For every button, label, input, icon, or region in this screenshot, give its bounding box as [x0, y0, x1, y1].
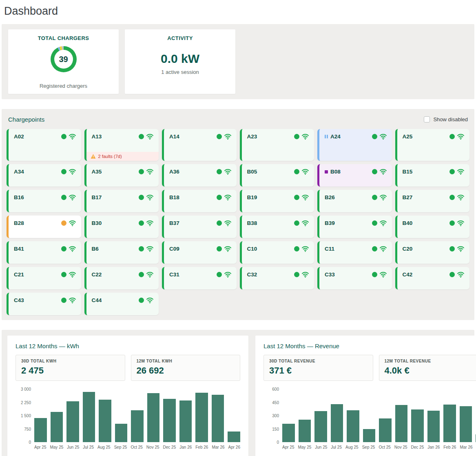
chargepoint-card-c10[interactable]: C10 — [240, 241, 314, 264]
show-disabled-toggle[interactable]: Show disabled — [424, 116, 468, 122]
status-dot — [139, 298, 144, 303]
wifi-icon — [457, 271, 465, 278]
chargepoint-row: B18 — [169, 194, 232, 201]
chargepoint-row: C32 — [247, 271, 310, 278]
wifi-icon — [301, 220, 309, 227]
chargepoint-row: C33 — [325, 271, 387, 278]
chargepoint-status — [449, 168, 465, 175]
chargepoint-card-c31[interactable]: C31 — [162, 267, 237, 289]
chargepoint-status — [217, 194, 232, 201]
show-disabled-checkbox[interactable] — [424, 116, 430, 122]
chargepoint-card-c11[interactable]: C11 — [317, 241, 392, 264]
chargepoint-label: B6 — [92, 246, 99, 252]
x-tick: Apr 26 — [228, 445, 240, 449]
total-chargers-donut: 39 — [51, 46, 77, 72]
y-tick: 600 — [272, 387, 279, 391]
chargepoint-card-c42[interactable]: C42 — [395, 267, 470, 289]
chargepoint-card-b6[interactable]: B6 — [84, 241, 159, 264]
chargepoint-card-b27[interactable]: B27 — [395, 190, 470, 212]
chargepoint-status — [372, 133, 387, 140]
bar-feb-26 — [443, 405, 456, 442]
x-tick: Jul 25 — [83, 445, 94, 449]
bar-aug-25 — [99, 400, 111, 442]
chargepoint-row: B40 — [403, 220, 465, 227]
chargepoint-card-b28[interactable]: B28 — [7, 216, 81, 238]
status-dot — [372, 195, 377, 200]
chargepoint-row: C20 — [403, 245, 465, 252]
chargepoint-card-c21[interactable]: C21 — [7, 267, 81, 289]
status-dot — [61, 195, 66, 200]
chargepoint-card-b15[interactable]: B15 — [395, 164, 470, 187]
wifi-icon — [379, 194, 387, 201]
x-tick: Aug 25 — [345, 445, 359, 449]
status-dot — [449, 246, 455, 251]
bar-apr-25 — [282, 424, 295, 443]
chargepoint-card-b08[interactable]: B08 — [317, 164, 392, 187]
x-tick: Feb 26 — [195, 445, 208, 449]
chargepoint-card-b30[interactable]: B30 — [84, 216, 159, 238]
chargepoint-card-a02[interactable]: A02 — [7, 129, 81, 161]
chargepoint-card-c20[interactable]: C20 — [395, 241, 470, 264]
bar-jul-25 — [331, 404, 343, 442]
chargepoint-label: B08 — [325, 169, 341, 175]
wifi-icon — [69, 220, 76, 227]
chargepoint-card-b40[interactable]: B40 — [395, 216, 470, 238]
chargepoint-card-a13[interactable]: A132 faults (7d) — [84, 129, 159, 161]
chargepoint-card-c43[interactable]: C43 — [7, 293, 81, 315]
chargepoint-card-b18[interactable]: B18 — [162, 190, 237, 212]
status-dot — [294, 169, 299, 174]
wifi-icon — [146, 245, 154, 252]
chargepoint-row: A23 — [247, 133, 310, 140]
chargepoints-header: Chargepoints Show disabled — [7, 114, 469, 129]
wifi-icon — [457, 133, 465, 140]
chargepoint-card-c33[interactable]: C33 — [317, 267, 392, 289]
chargepoint-status — [449, 133, 465, 140]
chargepoint-card-c09[interactable]: C09 — [162, 241, 237, 264]
chargepoint-card-a34[interactable]: A34 — [7, 164, 81, 187]
status-dot — [449, 272, 455, 277]
x-tick: May 25 — [50, 445, 63, 449]
wifi-icon — [224, 271, 232, 278]
chargepoint-card-a25[interactable]: A25 — [395, 129, 470, 161]
chargepoint-card-b38[interactable]: B38 — [240, 216, 314, 238]
chargepoint-row: A35 — [92, 168, 154, 175]
chargepoint-label: C20 — [403, 246, 413, 252]
status-dot — [139, 195, 144, 200]
chargepoint-card-b26[interactable]: B26 — [317, 190, 392, 212]
chargepoint-card-b17[interactable]: B17 — [84, 190, 159, 212]
chargepoint-status — [217, 271, 232, 278]
wifi-icon — [457, 245, 465, 252]
chargepoint-card-a14[interactable]: A14 — [162, 129, 237, 161]
chargepoint-card-b41[interactable]: B41 — [7, 241, 81, 264]
x-tick: Nov 25 — [394, 445, 407, 449]
chargepoint-card-b39[interactable]: B39 — [317, 216, 392, 238]
chargepoint-card-a36[interactable]: A36 — [162, 164, 237, 187]
bar-apr-26 — [228, 432, 240, 442]
chargepoint-card-b16[interactable]: B16 — [7, 190, 81, 212]
bar-jul-25 — [83, 392, 95, 442]
chargepoint-card-b05[interactable]: B05 — [240, 164, 314, 187]
chargepoint-card-c22[interactable]: C22 — [84, 267, 159, 289]
chargepoint-row: B41 — [14, 245, 76, 252]
chargepoint-card-a35[interactable]: A35 — [84, 164, 159, 187]
status-dot — [61, 134, 66, 139]
kwh-30d-label: 30D TOTAL KWH — [21, 359, 120, 363]
chargepoint-card-b19[interactable]: B19 — [240, 190, 314, 212]
bar-mar-26 — [212, 395, 224, 442]
bar-jan-26 — [427, 411, 440, 442]
wifi-icon — [69, 297, 76, 304]
chargepoint-card-b37[interactable]: B37 — [162, 216, 237, 238]
chargepoint-label: A23 — [247, 133, 257, 140]
chargepoint-card-a24[interactable]: A24 — [317, 129, 392, 161]
status-dot — [372, 272, 377, 277]
total-chargers-caption: Registered chargers — [40, 83, 87, 89]
chargepoint-label: C42 — [403, 271, 413, 278]
revenue-30d-value: 371 € — [269, 365, 368, 376]
chargepoint-card-a23[interactable]: A23 — [240, 129, 314, 161]
chargepoint-row: B08 — [325, 168, 387, 175]
y-tick: 450 — [272, 400, 279, 405]
bar-apr-25 — [34, 418, 47, 442]
chargepoint-card-c32[interactable]: C32 — [240, 267, 314, 289]
wifi-icon — [146, 168, 154, 175]
chargepoint-card-c44[interactable]: C44 — [84, 293, 159, 315]
